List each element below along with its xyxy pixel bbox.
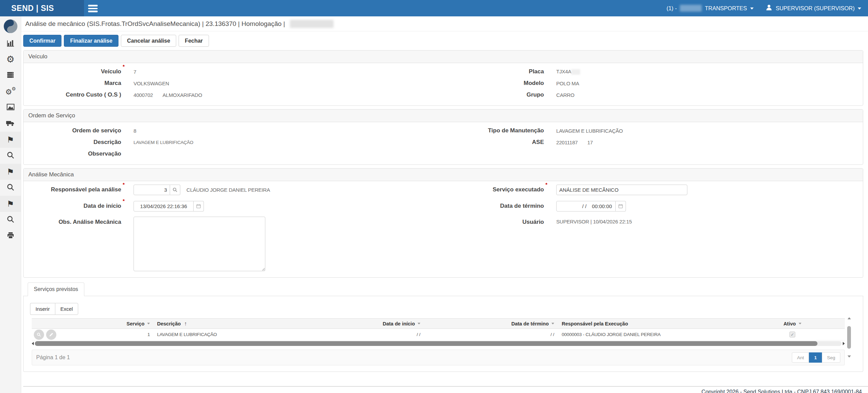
pager-next-button[interactable]: Seg: [822, 352, 840, 363]
cell-responsavel: 00000003 - CLÁUDIO JORGE DANIEL PEREIRA: [557, 332, 769, 337]
app-logo[interactable]: [0, 16, 21, 35]
cancel-analysis-button[interactable]: Cancelar análise: [121, 35, 176, 47]
calendar-icon: [196, 203, 201, 209]
row-view-button[interactable]: [34, 330, 44, 340]
required-asterisk: *: [123, 63, 125, 69]
table-row: 1 LAVAGEM E LUBRIFICAÇÃO / / / / 0000000…: [32, 329, 845, 340]
pager-page-1-button[interactable]: 1: [809, 352, 822, 363]
flag-icon: ⚑: [7, 200, 14, 208]
close-button[interactable]: Fechar: [179, 35, 209, 47]
sidebar-item-processes[interactable]: ⚙⚙: [0, 84, 21, 100]
column-header-data-inicio[interactable]: Data de início: [341, 321, 424, 326]
grid-toolbar: Inserir Excel: [30, 303, 78, 315]
tab-servicos-previstos[interactable]: Serviços previstos: [28, 282, 84, 296]
responsavel-code-input[interactable]: [134, 185, 170, 195]
ase-value: 2201118717: [556, 140, 863, 145]
scroll-up-icon[interactable]: [848, 317, 851, 319]
page-title: Análise de mecânico (SIS.Frotas.TrOrdSvc…: [25, 20, 285, 28]
search-icon: [6, 151, 15, 161]
column-header-servico[interactable]: Serviço: [66, 321, 150, 326]
data-termino-input[interactable]: / /00:00:00: [556, 201, 616, 212]
required-asterisk: *: [545, 181, 547, 187]
area-chart-icon: [6, 103, 15, 113]
modelo-label: Modelo: [458, 80, 544, 87]
sidebar-item-flag-1[interactable]: ⚑: [0, 132, 21, 148]
sidebar-item-settings[interactable]: ⚙: [0, 52, 21, 68]
user-menu[interactable]: SUPERVISOR (SUPERVISOR): [765, 4, 861, 13]
responsavel-search-button[interactable]: [170, 185, 180, 195]
sidebar-item-dashboard[interactable]: [0, 35, 21, 52]
responsavel-name: CLÁUDIO JORGE DANIEL PEREIRA: [186, 187, 270, 193]
data-inicio-label: Data de início*: [24, 203, 121, 209]
bar-chart-icon: [6, 39, 15, 49]
cogs-icon: ⚙⚙: [5, 87, 16, 97]
veiculo-label: Veículo*: [24, 68, 121, 75]
copyright-footer: Copyright 2026 - Send Solutions Ltda - C…: [23, 386, 868, 393]
top-bar: SEND | SIS (1) - TRANSPORTES SUPERVISOR …: [0, 0, 868, 16]
org-name: TRANSPORTES: [705, 5, 747, 12]
usuario-label: Usuário: [458, 217, 544, 225]
horizontal-scrollbar-thumb[interactable]: [35, 341, 817, 346]
column-header-responsavel[interactable]: Responsável pela Execução: [557, 321, 769, 326]
data-inicio-calendar-button[interactable]: [194, 201, 204, 212]
organization-menu[interactable]: (1) - TRANSPORTES: [667, 5, 754, 12]
data-termino-label: Data de término: [458, 203, 544, 209]
sidebar-item-print[interactable]: [0, 228, 21, 244]
data-inicio-input[interactable]: [134, 201, 194, 212]
inserir-button[interactable]: Inserir: [30, 303, 55, 315]
marca-label: Marca: [24, 80, 121, 87]
sidebar-item-reports[interactable]: [0, 100, 21, 116]
gear-icon: ⚙: [6, 55, 14, 64]
row-edit-button[interactable]: [46, 330, 56, 340]
toolbar: Confirmar Finalizar análise Cancelar aná…: [23, 35, 868, 47]
tab-strip: Serviços previstos: [23, 282, 863, 296]
hamburger-menu-icon[interactable]: [88, 5, 98, 14]
sidebar-item-server[interactable]: [0, 68, 21, 84]
scroll-left-icon[interactable]: [32, 342, 34, 345]
ativo-checkbox[interactable]: ✓: [789, 332, 795, 337]
pager-prev-button[interactable]: Ant: [792, 352, 809, 363]
centro-custo-label: Centro Custo ( O.S ): [24, 91, 121, 98]
horizontal-scrollbar[interactable]: [32, 340, 845, 346]
main-content: Análise de mecânico (SIS.Frotas.TrOrdSvc…: [21, 16, 868, 393]
user-name: SUPERVISOR (SUPERVISOR): [776, 5, 855, 12]
column-header-descricao[interactable]: Descrição↑: [150, 321, 341, 327]
sidebar-item-flag-2[interactable]: ⚑: [0, 164, 21, 180]
obs-analise-label: Obs. Análise Mecânica: [24, 217, 121, 225]
sidebar-item-search-3[interactable]: [0, 212, 21, 228]
cell-descricao: LAVAGEM E LUBRIFICAÇÃO: [150, 332, 341, 337]
caret-down-icon: [858, 8, 861, 10]
sort-asc-icon: ↑: [184, 321, 187, 327]
required-asterisk: *: [123, 198, 125, 204]
scroll-down-icon[interactable]: [848, 355, 851, 358]
ordem-servico-label: Ordem de serviço: [24, 127, 121, 134]
service-order-panel: Ordem de Serviço Ordem de serviço 8 Tipo…: [23, 109, 863, 165]
search-icon: [6, 215, 15, 225]
excel-button[interactable]: Excel: [55, 303, 79, 315]
sidebar-item-search-1[interactable]: [0, 148, 21, 164]
placa-label: Placa: [458, 68, 544, 75]
finalize-analysis-button[interactable]: Finalizar análise: [64, 35, 118, 47]
descricao-label: Descrição: [24, 139, 121, 146]
cell-data-termino: / /: [424, 332, 557, 337]
scroll-right-icon[interactable]: [843, 342, 845, 345]
calendar-icon: [618, 203, 623, 209]
vertical-scrollbar-thumb[interactable]: [847, 326, 851, 349]
sidebar-item-flag-3[interactable]: ⚑: [0, 196, 21, 212]
servico-executado-input[interactable]: [556, 185, 687, 195]
descricao-value: LAVAGEM E LUBRIFICAÇÃO: [134, 140, 446, 145]
usuario-value: SUPERVISOR | 10/04/2026 22:15: [556, 217, 863, 224]
data-termino-calendar-button[interactable]: [616, 201, 626, 212]
sidebar-item-search-2[interactable]: [0, 180, 21, 196]
column-header-data-termino[interactable]: Data de término: [424, 321, 557, 326]
responsavel-analise-label: Responsável pela análise*: [24, 186, 121, 193]
column-header-ativo[interactable]: Ativo: [769, 321, 816, 326]
sidebar-item-fleet[interactable]: [0, 116, 21, 132]
obs-analise-textarea[interactable]: [134, 217, 265, 271]
panel-title: Ordem de Serviço: [24, 110, 863, 122]
vertical-scrollbar[interactable]: [847, 317, 851, 358]
server-icon: [6, 71, 15, 81]
confirm-button[interactable]: Confirmar: [23, 35, 61, 47]
search-icon: [37, 332, 41, 337]
truck-icon: [6, 119, 15, 129]
